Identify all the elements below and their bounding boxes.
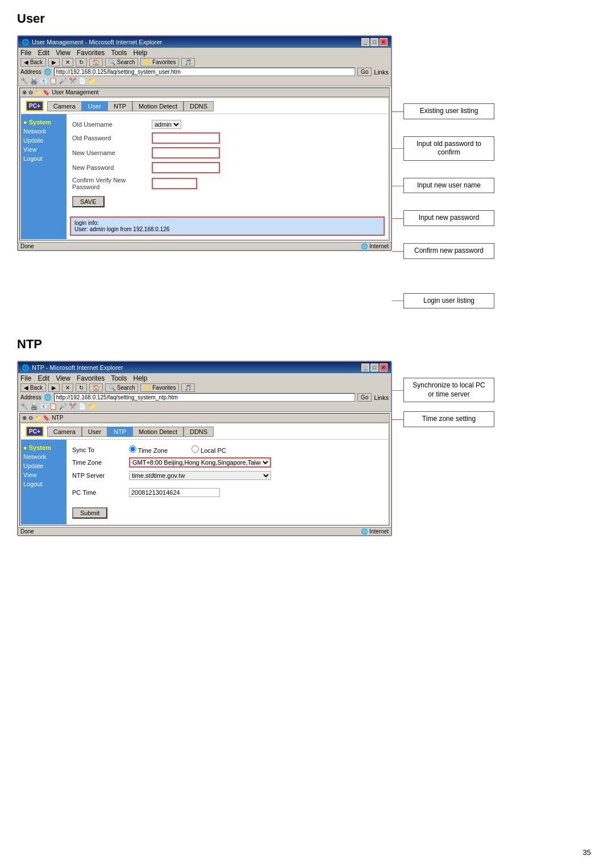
- favorites-menu[interactable]: Favorites: [77, 49, 105, 57]
- ntp-forward-btn[interactable]: ▶: [48, 383, 60, 392]
- tab-camera[interactable]: Camera: [47, 101, 82, 111]
- old-password-input[interactable]: [152, 132, 220, 144]
- back-btn[interactable]: ◀ Back: [20, 58, 46, 66]
- tab-user[interactable]: User: [82, 101, 107, 111]
- sidebar-view[interactable]: View: [23, 146, 64, 153]
- ntp-extra-toolbar: 🔧 🖨️ 📧 📋 🔎 ✂️ 📄 📁: [20, 403, 389, 410]
- edit-menu[interactable]: Edit: [38, 49, 49, 57]
- maximize-btn[interactable]: □: [370, 38, 378, 46]
- save-button[interactable]: SAVE: [72, 196, 105, 207]
- ntp-go-btn[interactable]: Go: [357, 393, 372, 402]
- ntp-sidebar-update[interactable]: Update: [23, 462, 64, 469]
- media-btn[interactable]: 🎵: [181, 58, 195, 66]
- view-menu[interactable]: View: [56, 49, 70, 57]
- ntp-tools-menu[interactable]: Tools: [111, 374, 127, 382]
- old-username-select[interactable]: admin: [152, 120, 181, 129]
- ntp-media-btn[interactable]: 🎵: [181, 383, 195, 392]
- ntp-tab-camera[interactable]: Camera: [47, 427, 82, 437]
- ntp-status-text: Done: [20, 528, 34, 535]
- sidebar-network[interactable]: Network: [23, 128, 64, 135]
- user-annotations: Existing user listing Input old password…: [403, 103, 494, 308]
- ntp-address-label: Address: [20, 394, 41, 400]
- user-browser-titlebar: 🌐 User Management - Microsoft Internet E…: [18, 36, 391, 48]
- ntp-tab-ddns[interactable]: DDNS: [184, 427, 214, 437]
- new-password-input[interactable]: [152, 162, 220, 173]
- cam-sidebar: ● System Network Update View Logout: [21, 114, 66, 239]
- sync-timezone-option[interactable]: Time Zone: [129, 445, 186, 454]
- login-info-box: login info: User: admin login from 192.1…: [70, 216, 385, 236]
- sync-timezone-radio[interactable]: [129, 445, 136, 453]
- ntp-tab-ntp[interactable]: NTP: [107, 427, 132, 437]
- sidebar-system[interactable]: ● System: [23, 119, 64, 126]
- win-controls[interactable]: _ □ ✕: [361, 38, 388, 46]
- ntp-tab-user[interactable]: User: [82, 427, 107, 437]
- search-btn[interactable]: 🔍 Search: [105, 58, 138, 66]
- ntp-close-btn[interactable]: ✕: [380, 364, 388, 372]
- timezone-select[interactable]: GMT+8:00 Beijing,Hong Kong,Singapore,Tai…: [129, 457, 271, 468]
- forward-btn[interactable]: ▶: [48, 58, 60, 66]
- go-btn[interactable]: Go: [357, 68, 372, 76]
- submit-button[interactable]: Submit: [72, 507, 107, 519]
- confirm-password-input[interactable]: [152, 178, 197, 189]
- ntp-maximize-btn[interactable]: □: [370, 364, 378, 372]
- browser-toolbar: File Edit View Favorites Tools Help ◀ Ba…: [18, 48, 391, 86]
- ntp-connector-2: [392, 419, 403, 420]
- file-menu[interactable]: File: [20, 49, 31, 57]
- tab-ddns[interactable]: DDNS: [184, 101, 214, 111]
- minimize-btn[interactable]: _: [361, 38, 369, 46]
- ntp-links-label: Links: [374, 394, 389, 401]
- favorites-btn[interactable]: ⭐ Favorites: [140, 58, 179, 66]
- ntp-view-menu[interactable]: View: [56, 374, 70, 382]
- menu-row: File Edit View Favorites Tools Help: [20, 49, 389, 57]
- user-browser-statusbar: Done 🌐 Internet: [18, 242, 391, 250]
- sync-localpc-option[interactable]: Local PC: [191, 445, 248, 454]
- pc-time-input[interactable]: [129, 488, 220, 497]
- cam-tabs[interactable]: Camera User NTP Motion Detect DDNS: [47, 101, 214, 111]
- ntp-home-btn[interactable]: 🏠: [89, 383, 103, 392]
- new-username-row: New Username: [72, 147, 382, 158]
- login-info-detail: User: admin login from 192.168.0.126: [74, 226, 380, 232]
- ntp-win-controls[interactable]: _ □ ✕: [361, 364, 388, 372]
- ntp-help-menu[interactable]: Help: [134, 374, 148, 382]
- ntp-edit-menu[interactable]: Edit: [38, 374, 49, 382]
- sync-to-label: Sync To: [72, 446, 129, 453]
- ntp-address-input[interactable]: [54, 393, 355, 402]
- stop-btn[interactable]: ✕: [62, 58, 73, 66]
- home-btn[interactable]: 🏠: [89, 58, 103, 66]
- ntp-sidebar-system[interactable]: ● System: [23, 444, 64, 451]
- ntp-server-select[interactable]: time.stdtime.gov.tw: [129, 471, 271, 480]
- ntp-file-menu[interactable]: File: [20, 374, 31, 382]
- nav-row: ◀ Back ▶ ✕ ↻ 🏠 🔍 Search ⭐ Favorites 🎵: [20, 58, 389, 66]
- ntp-favorites-btn[interactable]: ⭐ Favorites: [140, 383, 179, 392]
- ntp-inner-toolbar-icons: ⊕ ⊖ 📁 🔖: [22, 415, 49, 421]
- ntp-minimize-btn[interactable]: _: [361, 364, 369, 372]
- ntp-tab-motion-detect[interactable]: Motion Detect: [132, 427, 184, 437]
- ntp-favorites-menu[interactable]: Favorites: [77, 374, 105, 382]
- sync-localpc-radio[interactable]: [191, 445, 199, 453]
- ntp-sidebar-network[interactable]: Network: [23, 453, 64, 460]
- cam-logo: PC+: [26, 101, 44, 111]
- login-info-title: login info:: [74, 220, 380, 226]
- tab-ntp[interactable]: NTP: [107, 101, 132, 111]
- refresh-btn[interactable]: ↻: [76, 58, 87, 66]
- ntp-back-btn[interactable]: ◀ Back: [20, 383, 46, 392]
- sync-radio-group[interactable]: Time Zone Local PC: [129, 445, 248, 454]
- ntp-stop-btn[interactable]: ✕: [62, 383, 73, 392]
- ntp-refresh-btn[interactable]: ↻: [76, 383, 87, 392]
- ntp-search-btn[interactable]: 🔍 Search: [105, 383, 138, 392]
- address-input[interactable]: [54, 68, 355, 76]
- sidebar-logout[interactable]: Logout: [23, 155, 64, 162]
- ntp-sidebar-logout[interactable]: Logout: [23, 481, 64, 487]
- ntp-cam-logo: PC+: [26, 426, 44, 437]
- ntp-browser-title: NTP - Microsoft Internet Explorer: [32, 364, 123, 371]
- sidebar-update[interactable]: Update: [23, 137, 64, 144]
- help-menu[interactable]: Help: [134, 49, 148, 57]
- new-username-input[interactable]: [152, 147, 220, 158]
- tab-motion-detect[interactable]: Motion Detect: [132, 101, 184, 111]
- ntp-sidebar-view[interactable]: View: [23, 471, 64, 478]
- tools-menu[interactable]: Tools: [111, 49, 127, 57]
- ntp-cam-tabs[interactable]: Camera User NTP Motion Detect DDNS: [47, 427, 214, 437]
- ntp-label: NTP: [52, 415, 63, 421]
- close-btn[interactable]: ✕: [380, 38, 388, 46]
- new-password-row: New Password: [72, 162, 382, 173]
